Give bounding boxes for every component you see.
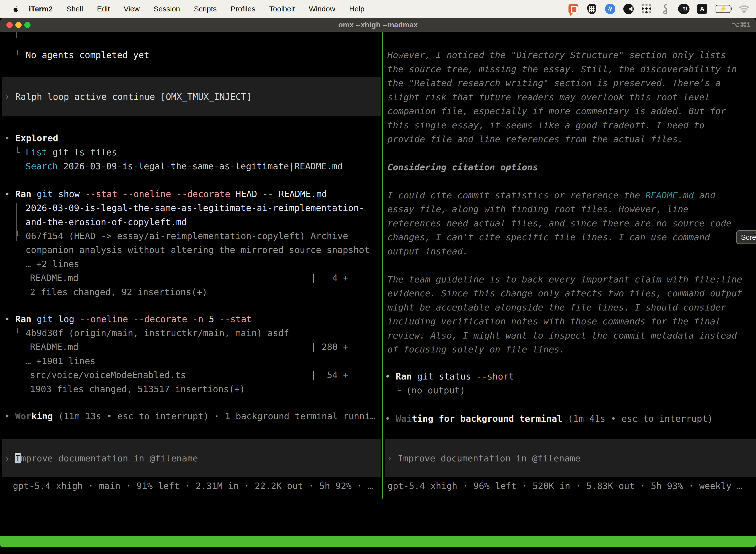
menu-item-session[interactable]: Session: [146, 5, 187, 13]
diffstat-summary-line: 2 files changed, 92 insertions(+): [0, 285, 382, 299]
menu-item-view[interactable]: View: [117, 5, 146, 13]
working-status-line: • Working (11m 13s • esc to interrupt) ·…: [0, 409, 382, 423]
waiting-status-line: • Waiting for background terminal (1m 41…: [385, 411, 756, 426]
window-title-bar[interactable]: omx --xhigh --madmax ⌥⌘1: [0, 18, 756, 32]
thinking-line: provide file and line references from th…: [385, 132, 756, 146]
right-terminal-pane[interactable]: However, I noticed the "Directory Struct…: [385, 32, 756, 499]
thinking-line: However, I noticed the "Directory Struct…: [385, 48, 756, 62]
menu-item-profiles[interactable]: Profiles: [224, 5, 262, 13]
output-truncation-line: … +1901 lines: [0, 354, 382, 368]
tmux-status-bar: [omx-cczip0:bash* "MacBook-Pro-44.local"…: [0, 536, 756, 547]
apple-menu-icon[interactable]: [12, 5, 19, 13]
explored-search-line: Search 2026-03-09-is-legal-the-same-as-l…: [0, 159, 382, 173]
session-status-right: gpt-5.4 xhigh · 96% left · 520K in · 5.8…: [385, 479, 756, 493]
command-arg-wrap-line: 2026-03-09-is-legal-the-same-as-legitima…: [0, 201, 382, 215]
window-shortcut-hint: ⌥⌘1: [732, 18, 751, 32]
battery-icon[interactable]: ⚡: [715, 3, 731, 14]
thinking-heading: Considering citation options: [385, 160, 756, 174]
prompt-input-left[interactable]: › Improve documentation in @filename: [2, 439, 381, 477]
ran-git-show-line: • Ran git show --stat --oneline --decora…: [0, 187, 382, 201]
thinking-line: references need actual files, and since …: [385, 216, 756, 230]
command-output-line: └ 067f154 (HEAD -> essay/ai-reimplementa…: [0, 229, 382, 243]
tree-line: [16, 32, 17, 38]
thinking-line: The team guideline is to back every impo…: [385, 272, 756, 286]
command-arg-wrap-line: and-the-erosion-of-copyleft.md: [0, 215, 382, 229]
menu-item-window[interactable]: Window: [302, 5, 342, 13]
iterm-window: omx --xhigh --madmax ⌥⌘1 └ No agents com…: [0, 18, 756, 547]
thinking-line: slight risk that future readers may over…: [385, 90, 756, 104]
explored-header-line: • Explored: [0, 131, 382, 145]
pane-divider[interactable]: [382, 32, 383, 499]
menu-item-help[interactable]: Help: [342, 5, 372, 13]
diffstat-summary-line: 1903 files changed, 513517 insertions(+): [0, 382, 382, 396]
thinking-line: this single essay, it seems like a good …: [385, 118, 756, 132]
thinking-line: the source tree, missing the essay. Stil…: [385, 62, 756, 76]
text-cursor: I: [15, 453, 20, 463]
thinking-line: the "Related research writing" section i…: [385, 76, 756, 90]
omx-status-line: [OMX#0.11.9] cczip/essay/ai-reimplementa…: [2, 507, 756, 521]
left-terminal-pane[interactable]: └ No agents completed yet › Ralph loop a…: [0, 32, 382, 499]
wifi-icon[interactable]: [739, 3, 750, 14]
thinking-line: review. Also, I might want to inspect th…: [385, 328, 756, 342]
menu-item-scripts[interactable]: Scripts: [187, 5, 224, 13]
command-output-line: companion analysis without altering the …: [0, 243, 382, 257]
window-title: omx --xhigh --madmax: [0, 18, 756, 32]
screen: iTerm2 Shell Edit View Session Scripts P…: [0, 0, 756, 554]
command-output-line: └ 4b9d30f (origin/main, instructkr/main,…: [0, 326, 382, 340]
ralph-loop-banner: › Ralph loop active continue [OMX_TMUX_I…: [2, 77, 381, 116]
thinking-line: companion file, especially if more comme…: [385, 104, 756, 118]
thinking-line: I could cite commit statistics or refere…: [385, 188, 756, 202]
thinking-line: essay file, along with finding root file…: [385, 202, 756, 216]
menu-item-shell[interactable]: Shell: [60, 5, 90, 13]
chat-bubble-icon[interactable]: [568, 3, 579, 14]
agents-note-line: └ No agents completed yet: [0, 48, 382, 62]
menu-item-edit[interactable]: Edit: [90, 5, 117, 13]
menu-item-toolbelt[interactable]: Toolbelt: [262, 5, 302, 13]
dots-grid-icon[interactable]: [641, 3, 652, 14]
thinking-line: might be acceptable alongside the file l…: [385, 300, 756, 315]
output-truncation-line: … +2 lines: [0, 257, 382, 271]
diffstat-line: README.md| 4 +: [0, 271, 382, 285]
diffstat-line: src/voice/voiceModeEnabled.ts| 54 +: [0, 368, 382, 382]
ran-git-log-line: • Ran git log --oneline --decorate -n 5 …: [0, 312, 382, 326]
thinking-line: including verification notes with those …: [385, 314, 756, 328]
thinking-line: of focusing solely on file lines.: [385, 342, 756, 356]
keyboard-layout-icon[interactable]: A: [697, 4, 707, 14]
menu-bar-status-area: ..61 A ⚡: [568, 3, 750, 14]
thinking-line: changes, I can't cite specific file line…: [385, 230, 756, 244]
thinking-line: evidence. Since this change only affects…: [385, 286, 756, 300]
diffstat-line: README.md| 280 +: [0, 340, 382, 354]
menu-item-iterm2[interactable]: iTerm2: [22, 5, 60, 13]
play-circle-icon[interactable]: [623, 3, 634, 14]
macos-menu-bar: iTerm2 Shell Edit View Session Scripts P…: [0, 0, 756, 18]
explored-list-line: └ List git ls-files: [0, 145, 382, 159]
ran-git-status-line: • Ran git status --short: [385, 369, 756, 384]
badge-61-icon[interactable]: ..61: [678, 4, 690, 14]
blue-badge-icon[interactable]: [605, 3, 616, 14]
screen-share-popup[interactable]: Scre: [736, 230, 756, 244]
command-output-line: └ (no output): [385, 383, 756, 397]
prompt-input-right[interactable]: › Improve documentation in @filename: [385, 439, 756, 477]
session-status-left: gpt-5.4 xhigh · main · 91% left · 2.31M …: [0, 479, 382, 493]
shield-grid-icon[interactable]: [586, 3, 597, 14]
thinking-line: output instead.: [385, 244, 756, 258]
readme-file-link: README.md: [645, 190, 694, 200]
hook-icon[interactable]: [660, 3, 671, 14]
